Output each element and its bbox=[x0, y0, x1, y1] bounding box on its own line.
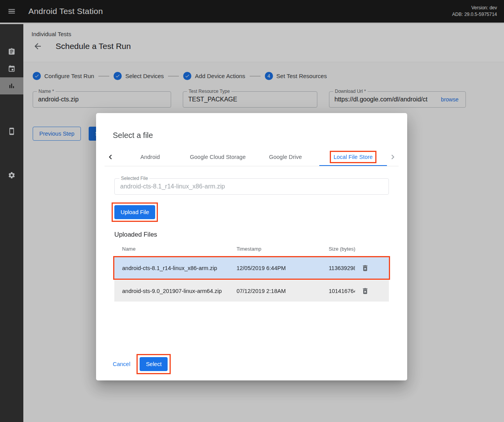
tab-android[interactable]: Android bbox=[116, 148, 184, 166]
tab-label: Local File Store bbox=[334, 154, 373, 160]
uploaded-files-table: Name Timestamp Size (bytes) android-cts-… bbox=[114, 243, 389, 302]
table-row[interactable]: android-sts-9.0_201907-linux-arm64.zip 0… bbox=[114, 280, 389, 302]
file-name-cell: android-sts-9.0_201907-linux-arm64.zip bbox=[114, 288, 236, 294]
selected-file-value: android-cts-8.1_r14-linux_x86-arm.zip bbox=[115, 179, 388, 194]
upload-file-button[interactable]: Upload File bbox=[114, 205, 155, 219]
file-name-cell: android-cts-8.1_r14-linux_x86-arm.zip bbox=[114, 265, 236, 271]
tabs-scroll-right-button[interactable] bbox=[387, 148, 399, 166]
table-row[interactable]: android-cts-8.1_r14-linux_x86-arm.zip 12… bbox=[114, 257, 389, 279]
size-cell: 113639298 bbox=[327, 265, 355, 271]
delete-forever-icon bbox=[361, 287, 369, 295]
selected-file-field[interactable]: Selected File android-cts-8.1_r14-linux_… bbox=[114, 178, 389, 195]
table-header-row: Name Timestamp Size (bytes) bbox=[114, 243, 389, 256]
selected-file-label: Selected File bbox=[119, 176, 149, 181]
tabs-scroll-left-button[interactable] bbox=[105, 148, 116, 166]
uploaded-files-title: Uploaded Files bbox=[114, 231, 389, 238]
file-picker-dialog: Select a file Android Google Cloud Stora… bbox=[96, 113, 407, 380]
timestamp-cell: 07/12/2019 2:18AM bbox=[236, 288, 327, 294]
dialog-footer: Cancel Select bbox=[111, 357, 168, 371]
tab-google-drive[interactable]: Google Drive bbox=[252, 148, 319, 166]
chevron-right-icon bbox=[388, 152, 397, 162]
timestamp-cell: 12/05/2019 6:44PM bbox=[236, 265, 327, 271]
delete-forever-icon bbox=[361, 264, 369, 272]
tab-local-file-store[interactable]: Local File Store bbox=[319, 148, 387, 166]
tab-bar: Android Google Cloud Storage Google Driv… bbox=[105, 148, 399, 166]
delete-file-button[interactable] bbox=[360, 263, 370, 273]
upload-file-annotation: Upload File bbox=[114, 205, 155, 219]
select-annotation: Select bbox=[140, 357, 168, 371]
select-button[interactable]: Select bbox=[140, 357, 168, 371]
column-header-timestamp: Timestamp bbox=[236, 246, 327, 252]
column-header-size: Size (bytes) bbox=[327, 246, 355, 252]
delete-file-button[interactable] bbox=[360, 286, 370, 296]
size-cell: 101416764 bbox=[327, 288, 355, 294]
dialog-title: Select a file bbox=[113, 131, 390, 140]
cancel-button[interactable]: Cancel bbox=[111, 361, 132, 367]
tab-google-cloud-storage[interactable]: Google Cloud Storage bbox=[184, 148, 252, 166]
column-header-name: Name bbox=[114, 246, 236, 252]
chevron-left-icon bbox=[106, 152, 115, 162]
